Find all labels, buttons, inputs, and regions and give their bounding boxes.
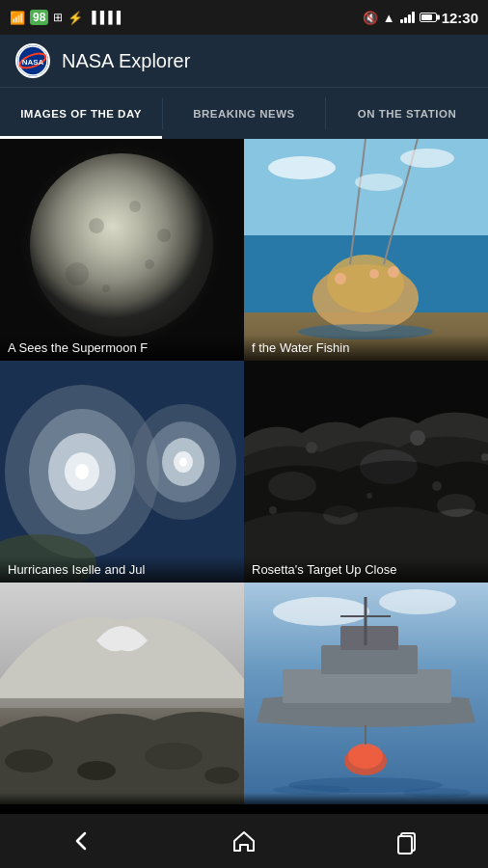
svg-point-24 bbox=[355, 174, 403, 191]
svg-point-5 bbox=[20, 144, 223, 346]
svg-point-7 bbox=[145, 259, 154, 269]
svg-point-11 bbox=[157, 229, 171, 242]
svg-point-50 bbox=[5, 749, 53, 773]
svg-point-42 bbox=[410, 430, 425, 446]
home-button[interactable] bbox=[215, 822, 273, 860]
svg-rect-60 bbox=[340, 626, 398, 650]
nasa-logo: NASA bbox=[15, 43, 50, 78]
svg-rect-70 bbox=[398, 836, 412, 854]
battery-icon bbox=[420, 13, 437, 22]
svg-point-20 bbox=[369, 269, 379, 279]
caption-moon: A Sees the Supermoon F bbox=[0, 335, 244, 361]
app-bar: NASA NASA Explorer bbox=[0, 35, 488, 87]
sim-icon: 📶 bbox=[10, 11, 25, 25]
bottom-navigation bbox=[0, 814, 488, 868]
svg-point-9 bbox=[129, 201, 141, 212]
svg-point-23 bbox=[400, 149, 454, 168]
svg-point-10 bbox=[102, 285, 110, 292]
svg-point-56 bbox=[273, 597, 369, 626]
svg-point-30 bbox=[75, 464, 89, 479]
app-title: NASA Explorer bbox=[62, 50, 190, 72]
caption-recovery: f the Water Fishin bbox=[244, 335, 488, 361]
tab-images-of-the-day[interactable]: IMAGES OF THE DAY bbox=[0, 88, 162, 139]
wifi-icon: ▲ bbox=[383, 11, 395, 25]
tab-on-the-station[interactable]: ON THE STATION bbox=[326, 88, 488, 139]
image-grid: A Sees the Supermoon F bbox=[0, 139, 488, 814]
svg-rect-54 bbox=[0, 679, 244, 708]
image-item-recovery[interactable]: f the Water Fishin bbox=[244, 139, 488, 361]
cpu-icon: ⊞ bbox=[53, 11, 63, 24]
image-item-rosetta[interactable]: Rosetta's Target Up Close bbox=[244, 361, 488, 583]
mute-icon: 🔇 bbox=[363, 11, 378, 25]
status-bar: 📶 98 ⊞ ⚡ ▐▐▐▐ 🔇 ▲ 12:30 bbox=[0, 0, 488, 35]
battery-percent: 98 bbox=[30, 10, 48, 25]
usb-icon: ⚡ bbox=[68, 11, 83, 25]
svg-point-22 bbox=[268, 156, 336, 179]
svg-text:NASA: NASA bbox=[22, 58, 44, 67]
tab-bar: IMAGES OF THE DAY BREAKING NEWS ON THE S… bbox=[0, 87, 488, 139]
svg-point-18 bbox=[335, 273, 346, 285]
caption-hurricanes: Hurricanes Iselle and Jul bbox=[0, 556, 244, 583]
svg-point-35 bbox=[179, 458, 187, 467]
svg-point-8 bbox=[66, 262, 89, 285]
image-item-ice[interactable] bbox=[0, 583, 244, 804]
image-item-hurricanes[interactable]: Hurricanes Iselle and Jul bbox=[0, 361, 244, 583]
time-display: 12:30 bbox=[442, 10, 478, 26]
svg-point-53 bbox=[204, 767, 239, 784]
caption-rosetta: Rosetta's Target Up Close bbox=[244, 556, 488, 583]
image-item-navy[interactable] bbox=[244, 583, 488, 804]
back-button[interactable] bbox=[52, 822, 110, 860]
tab-breaking-news[interactable]: BREAKING NEWS bbox=[163, 88, 325, 139]
caption-ice bbox=[0, 793, 244, 804]
svg-point-64 bbox=[348, 744, 383, 769]
svg-point-43 bbox=[306, 442, 317, 453]
status-left-icons: 📶 98 ⊞ ⚡ ▐▐▐▐ bbox=[10, 10, 121, 25]
status-right-icons: 🔇 ▲ 12:30 bbox=[363, 10, 478, 26]
svg-rect-58 bbox=[283, 669, 451, 703]
svg-point-6 bbox=[89, 218, 104, 233]
cell-signal-icon bbox=[400, 12, 415, 23]
image-item-moon[interactable]: A Sees the Supermoon F bbox=[0, 139, 244, 361]
caption-navy bbox=[244, 793, 488, 804]
svg-point-57 bbox=[379, 589, 456, 614]
svg-point-19 bbox=[388, 266, 399, 278]
svg-point-52 bbox=[145, 743, 203, 770]
svg-point-51 bbox=[77, 761, 116, 780]
recents-button[interactable] bbox=[378, 822, 436, 860]
signal-icon: ▐▐▐▐ bbox=[88, 11, 121, 24]
